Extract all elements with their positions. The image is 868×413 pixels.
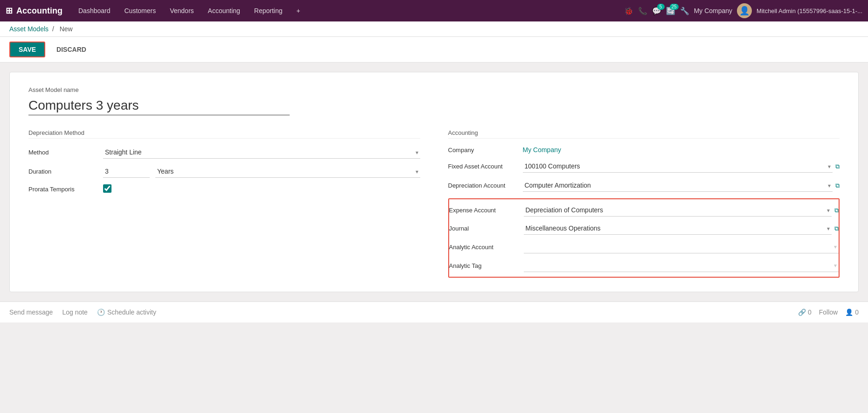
depreciation-account-ext-link-icon[interactable]: ⧉	[835, 182, 840, 189]
expense-account-label: Expense Account	[449, 207, 524, 214]
analytic-tag-field-row: Analytic Tag ▾	[449, 256, 839, 275]
breadcrumb-current: New	[60, 25, 73, 33]
send-message-label: Send message	[9, 308, 53, 316]
footer-bar: Send message Log note 🕐 Schedule activit…	[0, 301, 868, 322]
breadcrumb-separator: /	[52, 25, 54, 33]
username[interactable]: Mitchell Admin (15557996-saas-15-1-...	[757, 7, 862, 14]
depreciation-account-with-link: Computer Amortization ⧉	[523, 179, 840, 192]
fixed-asset-ext-link-icon[interactable]: ⧉	[835, 163, 840, 170]
fixed-asset-select[interactable]: 100100 Computers	[523, 160, 833, 173]
nav-reporting[interactable]: Reporting	[248, 4, 289, 17]
duration-row: Years Months	[103, 165, 420, 178]
log-note-button[interactable]: Log note	[62, 308, 88, 316]
log-note-label: Log note	[62, 308, 88, 316]
company-selector[interactable]: My Company	[694, 7, 732, 14]
journal-select[interactable]: Miscellaneous Operations	[524, 222, 832, 235]
journal-field-row: Journal Miscellaneous Operations ⧉	[449, 219, 839, 238]
settings-icon[interactable]: 🔧	[680, 7, 689, 15]
expense-account-ext-link-icon[interactable]: ⧉	[834, 207, 839, 214]
depreciation-account-select-wrapper: Computer Amortization	[523, 179, 833, 192]
activity-icon[interactable]: 🔄25	[666, 7, 675, 15]
analytic-tag-label: Analytic Tag	[449, 262, 524, 269]
clock-icon: 🕐	[97, 308, 105, 316]
method-field-row: Method Straight Line Declining Balance D…	[28, 146, 420, 159]
expense-account-select-wrapper: Depreciation of Computers	[524, 204, 832, 217]
journal-with-link: Miscellaneous Operations ⧉	[524, 222, 839, 235]
asset-model-name-input[interactable]	[28, 96, 290, 115]
followers-item[interactable]: 🔗 0	[798, 308, 812, 316]
nav-dashboard[interactable]: Dashboard	[72, 4, 117, 17]
breadcrumb-parent[interactable]: Asset Models	[9, 25, 49, 33]
nav-customers[interactable]: Customers	[118, 4, 163, 17]
duration-unit-wrapper: Years Months	[155, 165, 420, 178]
top-navigation: ⊞ Accounting Dashboard Customers Vendors…	[0, 0, 868, 21]
fixed-asset-label: Fixed Asset Account	[448, 163, 523, 170]
depreciation-account-value: Computer Amortization ⧉	[523, 179, 840, 192]
brand[interactable]: ⊞ Accounting	[6, 6, 62, 16]
main-content: Asset Model name Depreciation Method Met…	[0, 63, 868, 301]
users-icon: 👤	[845, 308, 853, 316]
accounting-section-title: Accounting	[448, 129, 840, 139]
grid-icon: ⊞	[6, 6, 13, 16]
method-select-wrapper: Straight Line Declining Balance Declinin…	[103, 146, 420, 159]
analytic-tag-value: ▾	[524, 259, 839, 272]
schedule-activity-button[interactable]: 🕐 Schedule activity	[97, 308, 156, 316]
company-label: Company	[448, 147, 523, 154]
bug-icon[interactable]: 🐞	[624, 7, 633, 15]
analytic-tag-select-wrapper[interactable]: ▾	[524, 259, 839, 272]
fixed-asset-value: 100100 Computers ⧉	[523, 160, 840, 173]
prorata-checkbox[interactable]	[103, 184, 111, 193]
chat-icon[interactable]: 💬5	[652, 7, 661, 15]
prorata-value	[103, 184, 420, 194]
journal-ext-link-icon[interactable]: ⧉	[834, 225, 839, 232]
analytic-account-value: ▾	[524, 240, 839, 253]
nav-accounting[interactable]: Accounting	[201, 4, 247, 17]
toolbar: SAVE DISCARD	[0, 37, 868, 63]
depreciation-account-select[interactable]: Computer Amortization	[523, 179, 833, 192]
top-menu: Dashboard Customers Vendors Accounting R…	[72, 4, 624, 17]
duration-number-input[interactable]	[103, 165, 150, 178]
depreciation-section-title: Depreciation Method	[28, 129, 420, 139]
analytic-account-field-row: Analytic Account ▾	[449, 238, 839, 256]
fixed-asset-field-row: Fixed Asset Account 100100 Computers ⧉	[448, 160, 840, 173]
expense-account-with-link: Depreciation of Computers ⧉	[524, 204, 839, 217]
nav-plus[interactable]: +	[290, 4, 307, 17]
fixed-asset-select-wrapper: 100100 Computers	[523, 160, 833, 173]
analytic-account-select-wrapper[interactable]: ▾	[524, 240, 839, 253]
chat-badge: 5	[657, 4, 665, 10]
paperclip-icon: 🔗	[798, 308, 806, 316]
follow-label: Follow	[819, 308, 838, 316]
users-count: 0	[855, 308, 859, 316]
user-avatar[interactable]: 👤	[737, 3, 752, 18]
analytic-tag-arrow: ▾	[834, 262, 837, 269]
phone-icon[interactable]: 📞	[638, 7, 647, 15]
follow-button[interactable]: Follow	[819, 308, 838, 316]
discard-button[interactable]: DISCARD	[50, 42, 93, 56]
prorata-label: Prorata Temporis	[28, 186, 103, 193]
send-message-button[interactable]: Send message	[9, 308, 53, 316]
journal-label: Journal	[449, 225, 524, 232]
breadcrumb: Asset Models / New	[0, 21, 868, 37]
right-column: Accounting Company My Company Fixed Asse…	[448, 129, 840, 278]
expense-account-value: Depreciation of Computers ⧉	[524, 204, 839, 217]
prorata-field-row: Prorata Temporis	[28, 184, 420, 194]
brand-name: Accounting	[16, 6, 62, 16]
expense-account-select[interactable]: Depreciation of Computers	[524, 204, 832, 217]
users-item[interactable]: 👤 0	[845, 308, 859, 316]
highlight-section: Expense Account Depreciation of Computer…	[448, 198, 840, 278]
duration-num-wrapper	[103, 165, 150, 178]
depreciation-account-field-row: Depreciation Account Computer Amortizati…	[448, 179, 840, 192]
method-select[interactable]: Straight Line Declining Balance Declinin…	[103, 146, 420, 159]
left-column: Depreciation Method Method Straight Line…	[28, 129, 420, 278]
duration-unit-select[interactable]: Years Months	[155, 165, 420, 178]
fixed-asset-with-link: 100100 Computers ⧉	[523, 160, 840, 173]
duration-label: Duration	[28, 168, 103, 175]
activity-badge: 25	[670, 4, 679, 10]
analytic-account-label: Analytic Account	[449, 244, 524, 251]
depreciation-account-label: Depreciation Account	[448, 182, 523, 189]
nav-vendors[interactable]: Vendors	[163, 4, 200, 17]
followers-count: 0	[808, 308, 812, 316]
save-button[interactable]: SAVE	[9, 42, 45, 57]
company-field-row: Company My Company	[448, 146, 840, 154]
company-link[interactable]: My Company	[523, 146, 561, 154]
